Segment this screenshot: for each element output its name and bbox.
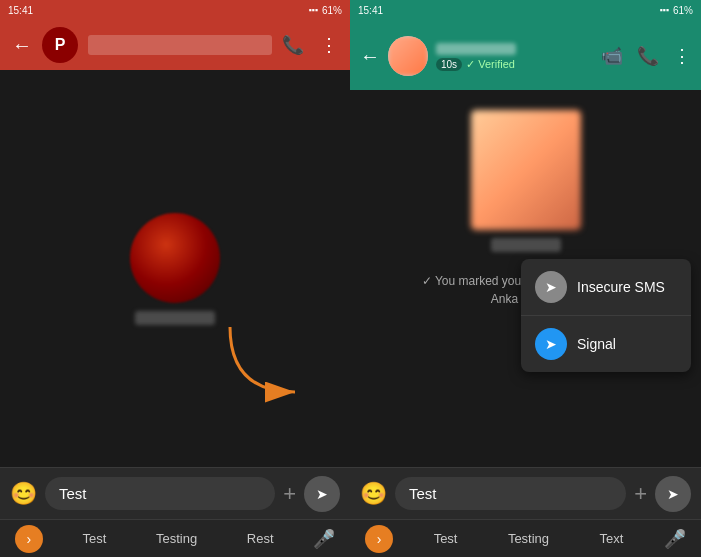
app-bar-right: ← 10s ✓ Verified 📹 📞 ⋮ <box>350 20 701 90</box>
plus-button-left[interactable]: + <box>283 481 296 507</box>
send-button-right[interactable]: ➤ <box>655 476 691 512</box>
app-bar-icons-left: 📞 ⋮ <box>282 34 338 56</box>
phone-icon-left[interactable]: 📞 <box>282 34 304 56</box>
timer-badge: 10s <box>436 58 462 71</box>
suggestion-test-left[interactable]: Test <box>72 527 116 550</box>
signal-icon: ➤ <box>535 328 567 360</box>
suggestion-rest-left[interactable]: Rest <box>237 527 284 550</box>
suggestion-testing-right[interactable]: Testing <box>498 527 559 550</box>
insecure-sms-label: Insecure SMS <box>577 279 665 295</box>
avatar-right <box>388 36 428 76</box>
verified-row: 10s ✓ Verified <box>436 58 593 71</box>
message-input-left[interactable] <box>45 477 275 510</box>
avatar-image-right <box>388 36 428 76</box>
right-panel: 15:41 ▪▪▪ 61% ← 10s ✓ Verified 📹 📞 ⋮ ✓ <box>350 0 701 557</box>
popup-item-signal[interactable]: ➤ Signal <box>521 316 691 372</box>
popup-item-insecure-sms[interactable]: ➤ Insecure SMS <box>521 259 691 316</box>
left-panel: 15:41 ▪▪▪ 61% ← P 📞 ⋮ <box>0 0 350 557</box>
more-icon-left[interactable]: ⋮ <box>320 34 338 56</box>
suggestion-test-right[interactable]: Test <box>424 527 468 550</box>
send-button-left[interactable]: ➤ <box>304 476 340 512</box>
suggestion-testing-left[interactable]: Testing <box>146 527 207 550</box>
nav-indicator-right[interactable]: › <box>365 525 393 553</box>
battery-left: 61% <box>322 5 342 16</box>
phone-icon-right[interactable]: 📞 <box>637 45 659 67</box>
back-button-left[interactable]: ← <box>12 34 32 57</box>
back-button-right[interactable]: ← <box>360 45 380 68</box>
check-icon: ✓ <box>422 274 435 288</box>
message-input-right[interactable] <box>395 477 626 510</box>
profile-pic-right <box>471 110 581 230</box>
mic-icon-left[interactable]: 🎤 <box>313 528 335 550</box>
send-icon-right: ➤ <box>667 486 679 502</box>
status-bar-right: 15:41 ▪▪▪ 61% <box>350 0 701 20</box>
keyboard-suggestions-right: › Test Testing Text 🎤 <box>350 519 701 557</box>
keyboard-suggestions-left: › Test Testing Rest 🎤 <box>0 519 350 557</box>
popup-menu: ➤ Insecure SMS ➤ Signal <box>521 259 691 372</box>
insecure-sms-icon: ➤ <box>535 271 567 303</box>
avatar-left: P <box>42 27 78 63</box>
input-bar-right: 😊 + ➤ <box>350 467 701 519</box>
emoji-button-right[interactable]: 😊 <box>360 481 387 507</box>
name-blur-left <box>135 311 215 325</box>
name-blur-right <box>491 238 561 252</box>
signal-label: Signal <box>577 336 616 352</box>
emoji-button-left[interactable]: 😊 <box>10 481 37 507</box>
status-bar-left: 15:41 ▪▪▪ 61% <box>0 0 350 20</box>
contact-name-right <box>436 43 516 55</box>
big-avatar-left <box>130 213 220 303</box>
app-bar-icons-right: 📹 📞 ⋮ <box>601 45 691 67</box>
contact-name-left <box>88 35 272 55</box>
time-left: 15:41 <box>8 5 33 16</box>
battery-right: 61% <box>673 5 693 16</box>
send-icon-left: ➤ <box>316 486 328 502</box>
arrow-indicator <box>220 317 320 407</box>
time-right: 15:41 <box>358 5 383 16</box>
mic-icon-right[interactable]: 🎤 <box>664 528 686 550</box>
more-icon-right[interactable]: ⋮ <box>673 45 691 67</box>
chat-area-right: ✓ You marked your safety number with Ank… <box>350 90 701 467</box>
video-icon-right[interactable]: 📹 <box>601 45 623 67</box>
input-bar-left: 😊 + ➤ <box>0 467 350 519</box>
chat-area-left <box>0 70 350 467</box>
app-bar-left: ← P 📞 ⋮ <box>0 20 350 70</box>
plus-button-right[interactable]: + <box>634 481 647 507</box>
profile-image-left <box>130 213 220 325</box>
verified-label: ✓ Verified <box>466 58 515 71</box>
contact-info-right: 10s ✓ Verified <box>436 43 593 71</box>
suggestion-text-right[interactable]: Text <box>590 527 634 550</box>
nav-indicator-left[interactable]: › <box>15 525 43 553</box>
